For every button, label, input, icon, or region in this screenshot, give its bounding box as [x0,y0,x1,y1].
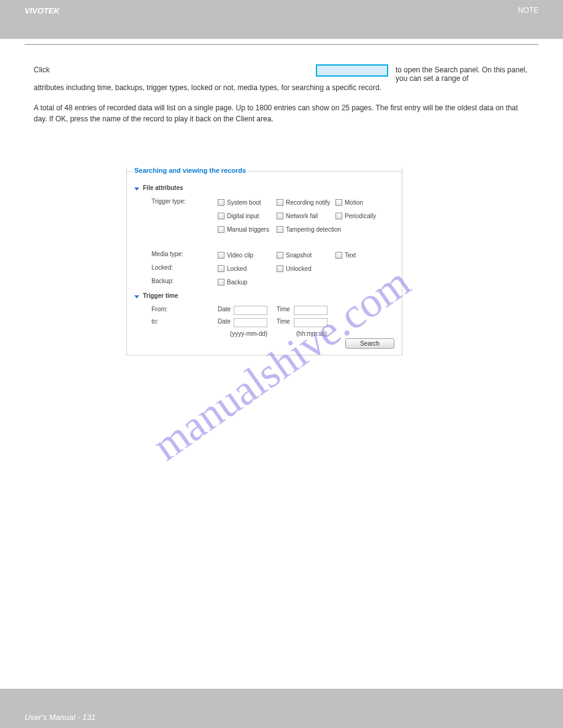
label-locked: Locked: [151,264,173,271]
search-panel: Searching and viewing the records File a… [126,167,402,355]
checkbox-text[interactable] [335,252,342,259]
checkbox-unlocked[interactable] [277,265,283,272]
page-footer: User's Manual - 131 [0,689,563,728]
label-tampering: Tampering detection [286,226,341,233]
checkbox-network-fail[interactable] [277,213,283,219]
input-from-date[interactable] [234,306,267,315]
label-time-format: (hh:mm:ss) [296,330,327,337]
label-date-from: Date [218,306,231,313]
label-snapshot: Snapshot [286,252,312,259]
checkbox-digital-input[interactable] [218,213,224,219]
label-to: to: [151,318,158,325]
label-system-boot: System boot [227,199,261,206]
label-unlocked: Unlocked [286,265,312,272]
checkbox-locked[interactable] [218,265,224,272]
adv-suffix: to open the Search panel. On this panel,… [396,66,529,83]
label-text: Text [345,252,356,259]
section-trigger-time: Trigger time [143,292,178,299]
checkbox-backup[interactable] [218,279,224,286]
input-from-time[interactable] [294,306,327,315]
label-network-fail: Network fail [286,213,318,219]
search-button[interactable]: Search [345,338,394,349]
label-backup: Backup: [151,278,174,284]
header-right: NOTE [518,6,538,15]
body-text: attributes including time, backups, trig… [34,83,529,134]
label-time-to: Time [277,318,290,325]
label-motion: Motion [345,199,363,206]
checkbox-recording-notify[interactable] [277,199,283,206]
input-to-time[interactable] [294,318,327,327]
label-periodically: Periodically [345,213,376,219]
checkbox-motion[interactable] [335,199,342,206]
label-manual-triggers: Manual triggers [227,226,269,233]
checkbox-video-clip[interactable] [218,252,224,259]
label-backup-cb: Backup [227,279,247,286]
adv-prefix: Click [34,66,50,74]
label-time-from: Time [277,306,290,313]
brand: VIVOTEK [25,6,59,15]
label-date-format: (yyyy-mm-dd) [230,330,267,337]
checkbox-tampering[interactable] [277,226,283,233]
label-video-clip: Video clip [227,252,253,259]
advanced-search-button[interactable] [316,64,388,77]
checkbox-system-boot[interactable] [218,199,224,206]
label-digital-input: Digital input [227,213,259,219]
label-locked-cb: Locked [227,265,247,272]
panel-legend: Searching and viewing the records [132,167,248,174]
body-p2: A total of 48 entries of recorded data w… [34,103,529,124]
footer-left: User's Manual - 131 [25,713,96,722]
input-to-date[interactable] [234,318,267,327]
label-date-to: Date [218,318,231,325]
checkbox-manual-triggers[interactable] [218,226,224,233]
page-header: VIVOTEK NOTE [0,0,563,39]
section-file-attributes: File attributes [143,184,183,191]
label-recording-notify: Recording notify [286,199,330,206]
checkbox-snapshot[interactable] [277,252,283,259]
body-p1: attributes including time, backups, trig… [34,83,529,93]
chevron-down-icon[interactable] [134,292,141,301]
label-from: From: [151,306,167,313]
label-trigger-type: Trigger type: [151,198,186,205]
label-media-type: Media type: [151,251,183,257]
chevron-down-icon[interactable] [134,184,141,193]
checkbox-periodically[interactable] [335,213,342,219]
header-divider [25,44,538,45]
advanced-search-row: Click to open the Search panel. On this … [34,66,529,74]
